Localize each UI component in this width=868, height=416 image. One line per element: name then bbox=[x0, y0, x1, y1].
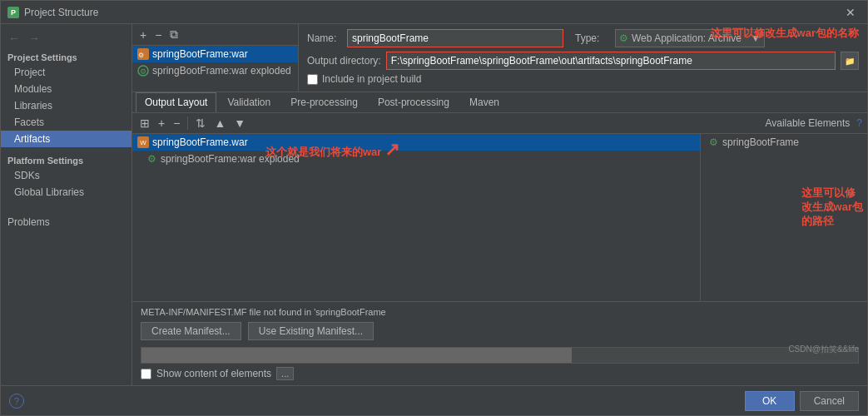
bottom-left: ? bbox=[9, 394, 24, 409]
svg-text:⚙: ⚙ bbox=[138, 52, 144, 59]
layout-button[interactable]: ⊞ bbox=[137, 116, 152, 131]
web-app-icon: ⚙ bbox=[619, 32, 628, 44]
artifact-panel-toolbar: ⊞ + − ⇅ ▲ ▼ Available Elements ? bbox=[132, 113, 867, 134]
include-label: Include in project build bbox=[322, 73, 421, 85]
tab-post-processing[interactable]: Post-processing bbox=[369, 92, 459, 112]
svg-text:⚙: ⚙ bbox=[140, 67, 146, 76]
show-content-checkbox[interactable] bbox=[141, 369, 151, 379]
tab-validation[interactable]: Validation bbox=[218, 92, 280, 112]
include-row: Include in project build bbox=[307, 73, 859, 85]
tab-maven[interactable]: Maven bbox=[460, 92, 508, 112]
tab-bar: Output Layout Validation Pre-processing … bbox=[132, 92, 867, 113]
watermark: CSDN@拍笑&&life bbox=[788, 344, 859, 355]
right-element-icon: ⚙ bbox=[707, 136, 719, 148]
sidebar-item-project[interactable]: Project bbox=[1, 64, 131, 81]
panel-add-button[interactable]: + bbox=[156, 116, 167, 131]
title-bar: P Project Structure ✕ bbox=[1, 1, 867, 24]
type-value: Web Application: Archive bbox=[632, 32, 742, 44]
main-content: ← → Project Settings Project Modules Lib… bbox=[1, 24, 867, 385]
sidebar: ← → Project Settings Project Modules Lib… bbox=[1, 24, 132, 385]
name-input[interactable] bbox=[347, 29, 563, 47]
dots-button[interactable]: ... bbox=[276, 367, 294, 380]
scroll-area[interactable] bbox=[141, 347, 859, 364]
help-icon[interactable]: ? bbox=[9, 394, 24, 409]
available-elements-help-icon[interactable]: ? bbox=[856, 117, 862, 129]
type-dropdown-icon: ▼ bbox=[751, 32, 761, 44]
sidebar-item-sdks-label: SDKs bbox=[14, 170, 40, 181]
app-icon: P bbox=[7, 7, 19, 18]
project-settings-label: Project Settings bbox=[1, 49, 131, 64]
artifact-war-label: springBootFrame:war bbox=[152, 48, 248, 60]
war-type-icon: ⚙ bbox=[137, 48, 149, 60]
tree-item-exploded[interactable]: ⚙ springBootFrame:war exploded bbox=[132, 151, 700, 167]
include-checkbox[interactable] bbox=[307, 74, 318, 85]
sidebar-item-problems[interactable]: Problems bbox=[1, 214, 131, 230]
name-label: Name: bbox=[307, 32, 342, 44]
right-panel: 这里可以修改生成war包的名称 + − ⧉ bbox=[132, 24, 867, 385]
artifact-war-exploded-label: springBootFrame:war exploded bbox=[152, 65, 291, 77]
output-label: Output directory: bbox=[307, 55, 381, 67]
ok-button[interactable]: OK bbox=[745, 391, 795, 411]
sort-button[interactable]: ⇅ bbox=[193, 116, 208, 131]
bottom-bar: ? OK Cancel bbox=[1, 385, 867, 415]
sidebar-item-libraries[interactable]: Libraries bbox=[1, 97, 131, 114]
artifact-add-button[interactable]: + bbox=[137, 27, 149, 42]
panel-remove-button[interactable]: − bbox=[171, 116, 182, 131]
exploded-type-icon: ⚙ bbox=[137, 65, 149, 77]
create-manifest-button[interactable]: Create Manifest... bbox=[141, 322, 241, 340]
tab-output-layout[interactable]: Output Layout bbox=[136, 92, 216, 112]
show-content-label: Show content of elements bbox=[156, 368, 271, 379]
left-tree: W springBootFrame.war ⚙ springBootFrame:… bbox=[132, 134, 701, 301]
platform-settings-label: Platform Settings bbox=[1, 152, 131, 167]
sidebar-item-modules[interactable]: Modules bbox=[1, 81, 131, 97]
output-input[interactable] bbox=[386, 52, 836, 70]
sidebar-item-libraries-label: Libraries bbox=[14, 100, 52, 111]
sidebar-item-modules-label: Modules bbox=[14, 83, 52, 95]
artifact-copy-button[interactable]: ⧉ bbox=[167, 27, 181, 42]
type-select[interactable]: ⚙ Web Application: Archive ▼ bbox=[615, 29, 765, 47]
sidebar-item-global-libraries[interactable]: Global Libraries bbox=[1, 184, 131, 201]
artifact-panel: ⊞ + − ⇅ ▲ ▼ Available Elements ? W bbox=[132, 113, 867, 385]
available-elements-label: Available Elements bbox=[765, 117, 850, 129]
tree-item-war[interactable]: W springBootFrame.war bbox=[132, 134, 700, 151]
sidebar-item-problems-label: Problems bbox=[7, 216, 50, 228]
sidebar-item-artifacts-label: Artifacts bbox=[14, 133, 50, 145]
artifact-remove-button[interactable]: − bbox=[152, 27, 164, 42]
artifact-item-war[interactable]: ⚙ springBootFrame:war bbox=[132, 46, 298, 62]
cancel-button[interactable]: Cancel bbox=[800, 391, 859, 411]
move-down-button[interactable]: ▼ bbox=[231, 116, 248, 131]
move-up-button[interactable]: ▲ bbox=[211, 116, 228, 131]
right-elements-panel: ⚙ springBootFrame bbox=[701, 134, 867, 301]
manifest-buttons: Create Manifest... Use Existing Manifest… bbox=[141, 322, 859, 340]
sidebar-item-sdks[interactable]: SDKs bbox=[1, 167, 131, 184]
toolbar-separator bbox=[187, 116, 188, 130]
scroll-thumb bbox=[141, 348, 572, 363]
type-label: Type: bbox=[575, 32, 610, 44]
sidebar-item-artifacts[interactable]: Artifacts bbox=[1, 131, 131, 147]
right-element-item: ⚙ springBootFrame bbox=[701, 134, 867, 151]
tab-pre-processing[interactable]: Pre-processing bbox=[281, 92, 367, 112]
manifest-warning: META-INF/MANIFEST.MF file not found in '… bbox=[141, 307, 859, 317]
sidebar-item-project-label: Project bbox=[14, 67, 45, 78]
manifest-area: META-INF/MANIFEST.MF file not found in '… bbox=[132, 301, 867, 385]
output-row: Output directory: 📁 bbox=[307, 52, 859, 70]
sidebar-item-facets[interactable]: Facets bbox=[1, 114, 131, 131]
title-bar-left: P Project Structure bbox=[7, 7, 98, 18]
artifact-item-war-exploded[interactable]: ⚙ springBootFrame:war exploded bbox=[132, 62, 298, 79]
split-pane: W springBootFrame.war ⚙ springBootFrame:… bbox=[132, 134, 867, 301]
name-row: Name: Type: ⚙ Web Application: Archive ▼ bbox=[307, 29, 859, 47]
bottom-right: OK Cancel bbox=[745, 391, 859, 411]
nav-back-button[interactable]: ← bbox=[6, 31, 22, 46]
sidebar-item-global-libraries-label: Global Libraries bbox=[14, 186, 84, 198]
show-content-row: Show content of elements ... bbox=[141, 367, 859, 380]
exploded-settings-icon: ⚙ bbox=[146, 153, 157, 165]
nav-forward-button[interactable]: → bbox=[26, 31, 42, 46]
sidebar-item-facets-label: Facets bbox=[14, 116, 44, 128]
tree-war-label: springBootFrame.war bbox=[152, 136, 248, 148]
browse-button[interactable]: 📁 bbox=[841, 52, 859, 70]
right-element-label: springBootFrame bbox=[722, 136, 799, 148]
war-file-icon: W bbox=[137, 136, 149, 148]
close-button[interactable]: ✕ bbox=[841, 4, 861, 21]
use-existing-manifest-button[interactable]: Use Existing Manifest... bbox=[248, 322, 374, 340]
dialog-title: Project Structure bbox=[24, 7, 98, 18]
